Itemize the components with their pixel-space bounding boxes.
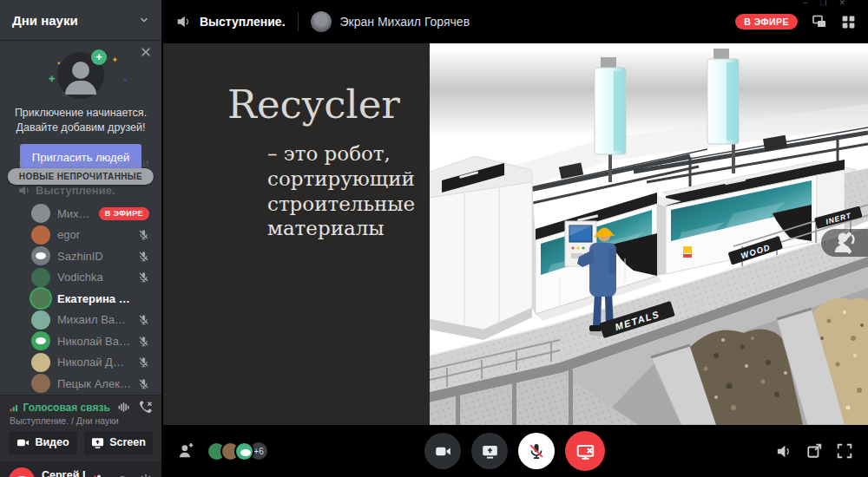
member-row[interactable]: Михаил Валентино... <box>0 310 161 331</box>
channel-name: Архитектурное модели <box>33 157 148 169</box>
avatar <box>31 268 50 287</box>
sidebar: Дни науки ✚ • ✦ ° ∷ + Приключение начина… <box>0 0 161 477</box>
camera-button[interactable] <box>424 433 461 469</box>
mic-muted-icon[interactable] <box>92 474 106 477</box>
streamer-avatar <box>311 11 332 32</box>
voice-status-text: Голосовая связь под <box>23 402 113 414</box>
mic-muted-icon <box>528 442 545 460</box>
member-name: Михаил Валентино... <box>57 313 131 326</box>
call-controls-bar: +6 <box>161 425 868 477</box>
sparkle-icon: ° <box>123 78 127 87</box>
voice-status-panel: Голосовая связь под Выступление. / Дни н… <box>0 395 161 461</box>
close-icon[interactable]: ✕ <box>838 0 858 5</box>
members-toggle-button[interactable] <box>821 229 868 257</box>
avatar <box>31 331 50 350</box>
window-controls[interactable]: –❐✕ <box>803 0 858 5</box>
presentation-slide: Recycler – это робот, сортирующий строит… <box>163 43 430 425</box>
screenshare-icon <box>482 443 498 460</box>
member-row[interactable]: Николай Ваганов <box>0 330 161 352</box>
avatar <box>31 374 50 393</box>
avatar <box>31 225 50 245</box>
grid-icon[interactable] <box>841 15 856 29</box>
mic-muted-icon <box>138 251 149 262</box>
screenshare-icon <box>91 436 104 449</box>
member-name: Михаил Го... <box>57 207 92 220</box>
server-header[interactable]: Дни науки <box>0 0 161 40</box>
speaker-icon <box>17 184 30 197</box>
soundwave-icon[interactable] <box>117 401 130 415</box>
participant-avatar-stack[interactable]: +6 <box>207 441 269 461</box>
video-button-label: Видео <box>35 436 69 448</box>
slide-title: Recycler <box>227 82 430 127</box>
main-area: –❐✕ Выступление. Экран Михаил Горячев В … <box>161 0 868 477</box>
member-name: Николай Дмитрие... <box>57 356 131 369</box>
user-avatar[interactable] <box>9 467 35 477</box>
mic-muted-icon <box>138 271 149 283</box>
invite-promo-card: ✚ • ✦ ° ∷ + Приключение начинается. Дава… <box>0 40 161 154</box>
new-unread-pill[interactable]: НОВЫЕ НЕПРОЧИТАННЫЕ <box>8 168 154 185</box>
member-name: Vodichka <box>57 271 103 284</box>
avatar <box>31 246 50 265</box>
avatar <box>234 441 254 461</box>
disconnect-icon[interactable] <box>139 401 153 415</box>
member-name: Николай Ваганов <box>57 335 131 348</box>
stream-title: Экран Михаил Горячев <box>340 15 470 29</box>
channel-list: Архитектурное модели НОВЫЕ НЕПРОЧИТАННЫЕ… <box>0 156 161 201</box>
stop-stream-icon <box>576 442 595 461</box>
member-name: egor <box>57 228 80 241</box>
mute-button[interactable] <box>518 433 555 469</box>
slide-text-line: сортирующий <box>267 167 430 192</box>
gear-icon[interactable] <box>139 474 153 477</box>
member-name: Екатерина Фролова <box>57 292 137 305</box>
video-button[interactable]: Видео <box>9 431 77 454</box>
speaker-icon <box>17 158 28 168</box>
fullscreen-icon[interactable] <box>837 443 852 459</box>
signal-bars-icon <box>9 402 19 414</box>
mic-muted-icon <box>138 378 149 389</box>
member-row-speaking[interactable]: Екатерина Фролова <box>0 288 161 310</box>
avatar <box>31 289 50 308</box>
screen-share-view: Recycler – это робот, сортирующий строит… <box>161 43 868 425</box>
screenshare-button[interactable] <box>471 433 508 469</box>
voice-channel-label: Выступление. <box>200 15 286 29</box>
server-name: Дни науки <box>12 13 78 28</box>
voice-member-list: Михаил Го... В ЭФИРЕ egor SazhinID Vodic… <box>0 201 161 395</box>
member-name: Пецык Александр <box>57 377 131 390</box>
user-bar: Сергей Губ... #5829 <box>0 461 161 477</box>
person-icon <box>821 229 868 257</box>
username: Сергей Губ... <box>42 469 85 477</box>
frames-icon[interactable] <box>812 14 827 29</box>
member-row[interactable]: SazhinID <box>0 245 161 267</box>
member-row[interactable]: Николай Дмитрие... <box>0 352 161 374</box>
promo-text-line2: Давайте добавим друзей! <box>0 121 161 135</box>
restore-icon[interactable]: ❐ <box>819 0 838 5</box>
avatar <box>31 353 50 372</box>
popout-icon[interactable] <box>806 443 822 459</box>
person-add-icon[interactable] <box>177 442 194 460</box>
stop-streaming-button[interactable] <box>565 431 605 471</box>
live-badge: В ЭФИРЕ <box>735 14 798 29</box>
member-row[interactable]: Пецык Александр <box>0 373 161 395</box>
volume-icon[interactable] <box>775 443 792 460</box>
channel-name: Выступление. <box>36 184 115 197</box>
close-icon[interactable] <box>141 47 151 57</box>
screen-button-label: Screen <box>109 436 146 448</box>
avatar <box>31 204 50 223</box>
sparkle-icon: ✚ <box>49 75 56 83</box>
member-row[interactable]: egor <box>0 225 161 246</box>
member-row[interactable]: Vodichka <box>0 267 161 289</box>
headphones-icon[interactable] <box>115 474 129 477</box>
avatar: + <box>57 52 104 99</box>
sparkle-icon: ✦ <box>111 56 118 64</box>
chevron-down-icon <box>139 15 149 25</box>
slide-text-line: – это робот, <box>267 141 430 167</box>
discord-app: Дни науки ✚ • ✦ ° ∷ + Приключение начина… <box>0 0 868 477</box>
recycler-render: METALS WOOD INERT <box>430 43 868 425</box>
member-row[interactable]: Михаил Го... В ЭФИРЕ <box>0 203 161 225</box>
member-name: SazhinID <box>57 250 103 263</box>
screen-share-button[interactable]: Screen <box>84 431 153 454</box>
minimize-icon[interactable]: – <box>803 0 819 5</box>
camera-icon <box>16 436 30 449</box>
live-badge: В ЭФИРЕ <box>99 207 149 220</box>
promo-text-line1: Приключение начинается. <box>0 106 161 121</box>
